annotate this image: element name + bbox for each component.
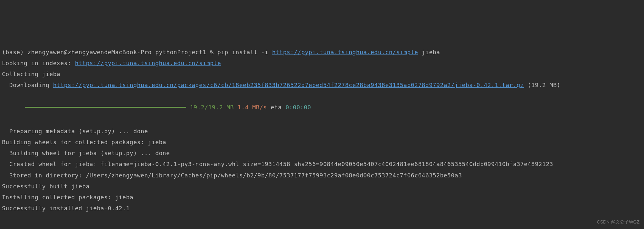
indexes-url-link[interactable]: https://pypi.tuna.tsinghua.edu.cn/simple: [75, 60, 221, 66]
terminal-prompt-line: (base) zhengyawen@zhengyawendeMacBook-Pr…: [2, 47, 642, 58]
progress-eta-time: 0:00:00: [286, 105, 311, 110]
collecting-line: Collecting jieba: [2, 69, 642, 80]
created-wheel-line: Created wheel for jieba: filename=jieba-…: [2, 159, 642, 170]
downloading-suffix: (19.2 MB): [524, 82, 560, 88]
index-url-link[interactable]: https://pypi.tuna.tsinghua.edu.cn/simple: [272, 49, 418, 55]
installed-line: Successfully installed jieba-0.42.1: [2, 203, 642, 214]
progress-bar: [25, 107, 186, 108]
downloading-line: Downloading https://pypi.tuna.tsinghua.e…: [2, 80, 642, 91]
watermark: CSDN @文公子WGZ: [597, 218, 639, 226]
progress-eta-label: eta: [271, 105, 282, 110]
downloading-prefix: Downloading: [2, 82, 53, 88]
installing-line: Installing collected packages: jieba: [2, 192, 642, 203]
progress-speed: 1.4 MB/s: [238, 105, 267, 110]
built-line: Successfully built jieba: [2, 181, 642, 192]
progress-size: 19.2/19.2 MB: [190, 105, 234, 110]
building-wheel-line: Building wheel for jieba (setup.py) ... …: [2, 148, 642, 159]
preparing-line: Preparing metadata (setup.py) ... done: [2, 126, 642, 137]
download-url-link[interactable]: https://pypi.tuna.tsinghua.edu.cn/packag…: [53, 82, 524, 88]
progress-line: 19.2/19.2 MB 1.4 MB/s eta 0:00:00: [2, 102, 642, 115]
prompt-prefix: (base) zhengyawen@zhengyawendeMacBook-Pr…: [2, 49, 272, 55]
prompt-suffix: jieba: [418, 49, 440, 55]
building-wheels-line: Building wheels for collected packages: …: [2, 137, 642, 148]
stored-line: Stored in directory: /Users/zhengyawen/L…: [2, 170, 642, 181]
indexes-prefix: Looking in indexes:: [2, 60, 75, 66]
indexes-line: Looking in indexes: https://pypi.tuna.ts…: [2, 58, 642, 69]
